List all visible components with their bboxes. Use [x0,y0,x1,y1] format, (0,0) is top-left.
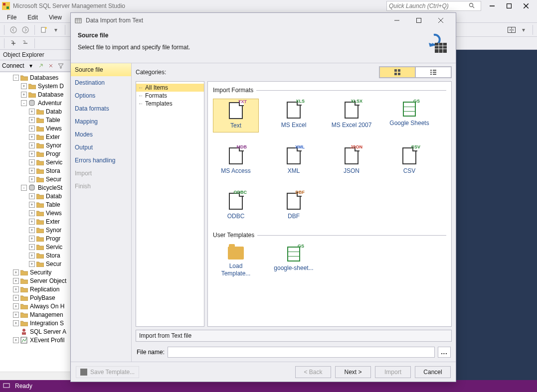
view-list-button[interactable] [415,67,451,78]
wizard-step[interactable]: Output [71,141,131,154]
cancel-button[interactable]: Cancel [415,366,451,378]
format-tile[interactable]: XMLXML [271,144,317,177]
expand-toggle-icon[interactable]: + [13,286,19,292]
expand-toggle-icon[interactable]: + [29,134,35,140]
back-button[interactable]: < Back [295,366,331,378]
dialog-titlebar[interactable]: Data Import from Text [71,13,456,28]
format-tile[interactable]: GSgoogle-sheet... [271,244,317,280]
wizard-step[interactable]: Modes [71,128,131,141]
search-icon[interactable] [467,2,477,10]
expand-toggle-icon[interactable]: + [29,176,35,182]
category-item[interactable]: Templates [136,100,204,108]
expand-toggle-icon[interactable]: + [29,117,35,123]
wizard-step[interactable]: Destination [71,76,131,89]
expand-toggle-icon[interactable]: + [21,83,27,89]
format-tile[interactable]: Load Template... [213,244,259,280]
expand-toggle-icon[interactable]: + [29,168,35,174]
expand-toggle-icon[interactable]: + [29,159,35,165]
dialog-minimize-button[interactable] [386,13,408,27]
wizard-step[interactable]: Data formats [71,102,131,115]
expand-toggle-icon[interactable]: + [13,278,19,284]
nav-fwd-icon[interactable] [20,24,30,35]
format-tile[interactable]: ODBCODBC [213,190,259,223]
expand-toggle-icon[interactable]: + [13,312,19,318]
expand-toggle-icon[interactable]: + [29,142,35,148]
browse-button[interactable]: ... [438,347,451,358]
disconnect-icon[interactable] [46,61,55,70]
menu-view[interactable]: View [44,13,67,22]
close-button[interactable] [520,1,532,10]
format-tile[interactable]: CSVCSV [386,144,432,177]
file-name-input[interactable] [168,347,435,358]
expand-toggle-icon[interactable]: + [29,227,35,233]
format-label: XML [288,167,300,174]
wizard-step[interactable]: Mapping [71,115,131,128]
folder-icon [36,235,44,242]
expand-toggle-icon[interactable]: + [21,92,27,98]
format-label: Load Template... [214,262,258,277]
wizard-step[interactable]: Options [71,89,131,102]
expand-toggle-icon[interactable]: - [21,185,27,191]
quick-launch[interactable] [386,1,481,11]
new-query-icon[interactable] [39,24,49,35]
connect-label[interactable]: Connect [2,62,25,69]
format-tile[interactable]: GSGoogle Sheets [386,99,432,132]
expand-toggle-icon[interactable]: + [29,193,35,199]
categories-label: Categories: [136,69,166,76]
expand-toggle-icon[interactable]: - [21,100,27,106]
connect-dropdown-icon[interactable]: ▾ [26,61,35,70]
menu-file[interactable]: File [2,13,21,22]
expand-toggle-icon[interactable]: + [29,244,35,250]
next-button[interactable]: Next > [335,366,371,378]
quick-launch-input[interactable] [387,2,467,9]
expand-toggle-icon[interactable]: + [29,126,35,131]
toolbar-overflow-icon[interactable]: ▾ [519,24,529,35]
expand-toggle-icon[interactable]: + [29,261,35,267]
nav-back-icon[interactable] [8,24,18,35]
tree-collapse-icon[interactable] [20,38,30,49]
connect-plug-icon[interactable] [36,61,45,70]
import-button[interactable]: Import [375,366,411,378]
expand-toggle-icon[interactable]: + [13,320,19,326]
save-template-button[interactable]: Save Template... [76,366,139,378]
svg-rect-29 [394,73,397,75]
expand-toggle-icon[interactable]: + [29,109,35,115]
tree-node-label: Integration S [30,320,64,327]
format-tile[interactable]: DBFDBF [271,190,317,223]
format-tile[interactable]: XLSMS Excel [271,99,317,132]
format-tile[interactable]: XLSXMS Excel 2007 [329,99,374,132]
expand-toggle-icon[interactable]: + [29,151,35,157]
category-item[interactable]: Formats [136,92,204,100]
expand-toggle-icon[interactable]: + [29,253,35,259]
expand-toggle-icon[interactable]: + [13,269,19,275]
wizard-step[interactable]: Errors handling [71,154,131,167]
minimize-button[interactable] [486,1,498,10]
expand-toggle-icon[interactable]: - [13,75,19,81]
categories-tree[interactable]: All ItemsFormatsTemplates [136,81,204,327]
format-tile[interactable]: JSONJSON [329,144,374,177]
format-tile[interactable]: TXTText [213,99,259,132]
maximize-button[interactable] [503,1,515,10]
menu-edit[interactable]: Edit [22,13,43,22]
expand-toggle-icon[interactable]: + [13,295,19,301]
tree-expand-icon[interactable] [8,38,18,49]
expand-toggle-icon[interactable]: + [29,219,35,225]
dialog-maximize-button[interactable] [408,13,430,27]
view-icons-button[interactable] [379,67,415,78]
expand-toggle-icon[interactable]: + [29,210,35,216]
svg-rect-1 [3,3,5,5]
expand-toggle-icon[interactable]: + [13,337,19,343]
expand-toggle-icon[interactable] [13,329,19,335]
expand-toggle-icon[interactable]: + [29,236,35,242]
format-tile[interactable]: MDBMS Access [213,144,259,177]
expand-toggle-icon[interactable]: + [13,303,19,309]
expand-toggle-icon[interactable]: + [29,202,35,208]
folder-icon [36,159,44,166]
wizard-step[interactable]: Source file [71,63,131,76]
window-split-icon[interactable] [507,24,517,35]
dropdown-icon[interactable]: ▾ [51,24,61,35]
svg-rect-32 [433,70,436,71]
dialog-close-button[interactable] [430,13,452,27]
category-item[interactable]: All Items [136,84,204,92]
filter-icon[interactable] [56,61,65,70]
